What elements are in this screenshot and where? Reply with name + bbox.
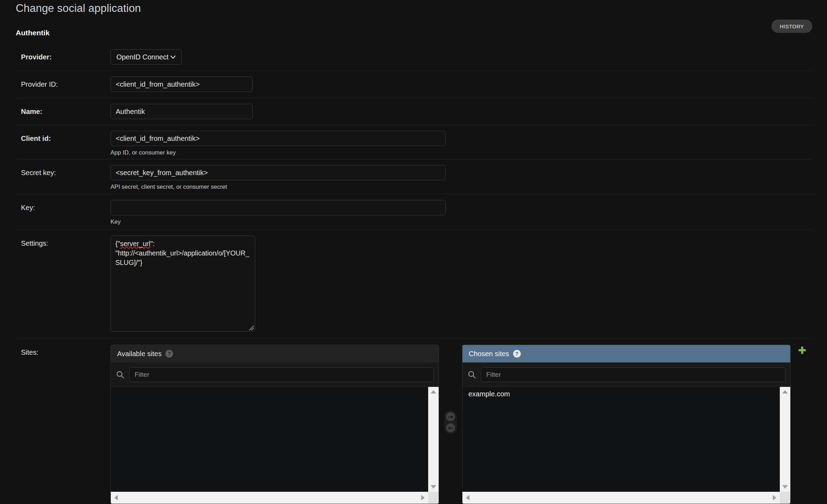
move-buttons-pill: → ← bbox=[444, 410, 457, 434]
scroll-left-icon[interactable] bbox=[114, 495, 118, 501]
form-row-sites: Sites: Available sites ? bbox=[16, 339, 812, 504]
secret-key-input[interactable] bbox=[110, 165, 446, 180]
form-row-provider: Provider: OpenID Connect bbox=[16, 44, 812, 71]
settings-label: Settings: bbox=[21, 239, 48, 247]
chosen-vertical-scrollbar[interactable] bbox=[780, 387, 790, 492]
available-filter-input[interactable] bbox=[129, 367, 434, 382]
available-sites-title: Available sites bbox=[117, 350, 161, 358]
available-filter-row bbox=[111, 362, 439, 387]
form-row-client-id: Client id: App ID, or consumer key bbox=[16, 125, 812, 159]
scroll-right-icon[interactable] bbox=[773, 495, 776, 501]
provider-selected-value: OpenID Connect bbox=[116, 53, 168, 61]
chosen-horizontal-scrollbar[interactable] bbox=[462, 492, 780, 504]
available-sites-help-icon[interactable]: ? bbox=[165, 350, 173, 358]
scroll-left-icon[interactable] bbox=[466, 495, 469, 501]
scroll-up-icon[interactable] bbox=[431, 390, 436, 394]
sites-dual-selector: Available sites ? bbox=[110, 345, 812, 504]
provider-id-label: Provider ID: bbox=[21, 80, 58, 88]
available-sites-panel: Available sites ? bbox=[110, 345, 439, 504]
available-sites-list[interactable] bbox=[111, 387, 439, 492]
chosen-sites-header: Chosen sites ? bbox=[462, 345, 790, 362]
client-id-input[interactable] bbox=[110, 131, 446, 146]
form-row-name: Name: bbox=[16, 98, 812, 125]
chosen-sites-list[interactable]: example.com bbox=[462, 387, 790, 492]
available-vertical-scrollbar[interactable] bbox=[428, 387, 439, 492]
chosen-filter-row bbox=[462, 362, 790, 387]
settings-json-key-misspelled: server_url bbox=[120, 240, 150, 247]
textarea-resize-handle[interactable] bbox=[248, 324, 254, 331]
form-row-secret-key: Secret key: API secret, client secret, o… bbox=[16, 159, 812, 194]
remove-arrow-button[interactable]: ← bbox=[446, 423, 455, 432]
secret-key-help: API secret, client secret, or consumer s… bbox=[110, 183, 812, 190]
key-label: Key: bbox=[21, 204, 35, 211]
chosen-sites-panel: Chosen sites ? example.c bbox=[462, 345, 791, 504]
page-title: Change social application bbox=[16, 2, 141, 15]
choose-arrow-button[interactable]: → bbox=[446, 412, 455, 421]
scroll-right-icon[interactable] bbox=[421, 495, 425, 501]
search-icon bbox=[467, 370, 476, 379]
available-sites-header: Available sites ? bbox=[111, 345, 439, 362]
provider-id-input[interactable] bbox=[110, 77, 253, 92]
client-id-help: App ID, or consumer key bbox=[110, 149, 812, 156]
form-row-settings: Settings: {"server_url": "http://<authen… bbox=[16, 230, 812, 339]
chosen-site-option[interactable]: example.com bbox=[462, 387, 780, 401]
secret-key-label: Secret key: bbox=[21, 169, 56, 177]
chosen-sites-help-icon[interactable]: ? bbox=[513, 350, 521, 358]
scroll-down-icon[interactable] bbox=[431, 485, 436, 489]
scroll-down-icon[interactable] bbox=[782, 485, 788, 489]
chevron-down-icon bbox=[169, 53, 177, 61]
form-row-provider-id: Provider ID: bbox=[16, 71, 812, 98]
search-icon bbox=[116, 370, 125, 379]
change-form: Provider: OpenID Connect Provider ID: bbox=[16, 44, 812, 504]
scrollbar-corner bbox=[780, 492, 790, 504]
client-id-label: Client id: bbox=[21, 135, 51, 142]
chosen-sites-title: Chosen sites bbox=[469, 350, 509, 358]
key-help: Key bbox=[110, 218, 812, 225]
name-label: Name: bbox=[21, 108, 42, 115]
name-input[interactable] bbox=[110, 104, 253, 119]
scroll-up-icon[interactable] bbox=[782, 390, 788, 394]
change-social-application-page: Change social application HISTORY Authen… bbox=[0, 0, 827, 504]
available-horizontal-scrollbar[interactable] bbox=[111, 492, 428, 504]
sites-label: Sites: bbox=[21, 348, 38, 356]
chosen-filter-input[interactable] bbox=[481, 367, 785, 382]
key-input[interactable] bbox=[110, 200, 446, 215]
provider-label: Provider: bbox=[21, 53, 52, 61]
form-row-key: Key: Key bbox=[16, 194, 812, 230]
provider-select[interactable]: OpenID Connect bbox=[110, 49, 182, 65]
add-site-plus-icon[interactable] bbox=[798, 346, 807, 355]
object-name-heading: Authentik bbox=[16, 29, 50, 37]
history-button[interactable]: HISTORY bbox=[771, 20, 812, 33]
settings-json-prefix: {" bbox=[115, 240, 120, 247]
scrollbar-corner bbox=[428, 492, 439, 504]
settings-textarea[interactable]: {"server_url": "http://<authentik_url>/a… bbox=[110, 236, 255, 332]
